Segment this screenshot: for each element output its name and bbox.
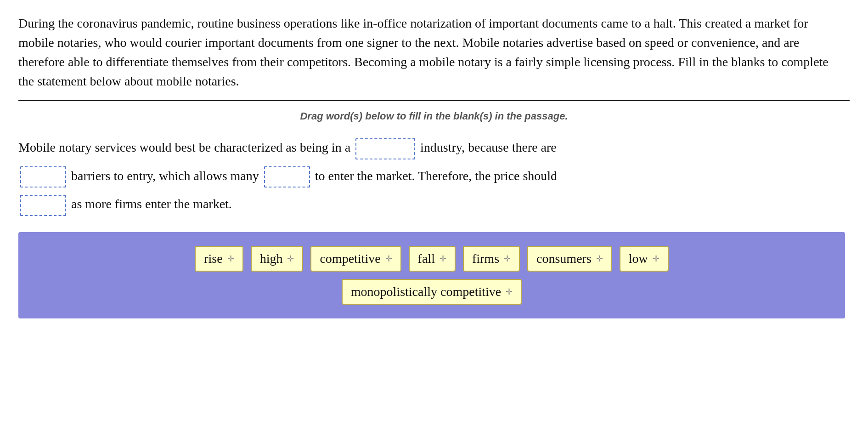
word-chip-label: monopolistically competitive: [351, 284, 501, 299]
word-chip-low[interactable]: low✛: [620, 246, 669, 272]
word-chip-fall[interactable]: fall✛: [409, 246, 456, 272]
word-chip-competitive[interactable]: competitive✛: [310, 246, 401, 272]
drag-handle-icon: ✛: [227, 254, 234, 264]
word-chip-consumers[interactable]: consumers✛: [527, 246, 612, 272]
word-chip-monopolistically-competitive[interactable]: monopolistically competitive✛: [342, 279, 522, 305]
drag-handle-icon: ✛: [596, 254, 603, 264]
word-chip-label: competitive: [320, 251, 380, 266]
word-bank-row2: monopolistically competitive✛: [28, 279, 836, 305]
word-bank-row1: rise✛high✛competitive✛fall✛firms✛consume…: [28, 246, 836, 272]
fill-passage: Mobile notary services would best be cha…: [18, 133, 845, 218]
word-chip-firms[interactable]: firms✛: [463, 246, 520, 272]
word-bank: rise✛high✛competitive✛fall✛firms✛consume…: [18, 232, 845, 318]
sentence-part4: to enter the market. Therefore, the pric…: [315, 169, 557, 183]
sentence-part3: barriers to entry, which allows many: [71, 169, 259, 183]
sentence-part2: industry, because there are: [420, 140, 557, 154]
blank-price[interactable]: [20, 195, 66, 216]
word-chip-label: rise: [204, 251, 222, 266]
drag-handle-icon: ✛: [287, 254, 294, 264]
blank-barriers[interactable]: [20, 166, 66, 187]
drag-handle-icon: ✛: [653, 254, 659, 264]
word-chip-label: low: [629, 251, 648, 266]
drag-handle-icon: ✛: [385, 254, 392, 264]
blank-industry[interactable]: [355, 138, 415, 159]
word-chip-high[interactable]: high✛: [251, 246, 304, 272]
drag-handle-icon: ✛: [504, 254, 511, 264]
word-chip-label: fall: [418, 251, 435, 266]
sentence-part5: as more firms enter the market.: [71, 197, 232, 211]
word-chip-label: firms: [472, 251, 499, 266]
drag-handle-icon: ✛: [506, 287, 513, 297]
word-chip-rise[interactable]: rise✛: [195, 246, 243, 272]
blank-firms[interactable]: [264, 166, 310, 187]
section-divider: [18, 100, 850, 101]
drag-handle-icon: ✛: [440, 254, 446, 264]
sentence-part1: Mobile notary services would best be cha…: [18, 140, 350, 154]
word-chip-label: consumers: [536, 251, 592, 266]
word-chip-label: high: [260, 251, 283, 266]
drag-instruction: Drag word(s) below to fill in the blank(…: [18, 110, 850, 122]
passage-text: During the coronavirus pandemic, routine…: [18, 14, 845, 91]
